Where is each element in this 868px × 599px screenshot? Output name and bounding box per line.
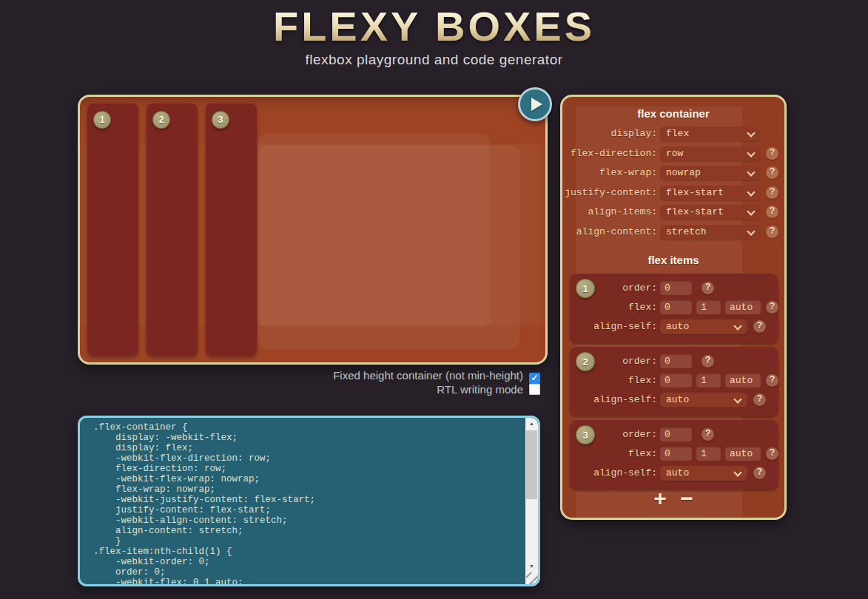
justify-content-select[interactable]: flex-start bbox=[660, 186, 761, 200]
flex-item-card-1: 1 order: ? flex: ? align-self: auto ? bbox=[570, 274, 778, 343]
flex-label: flex: bbox=[570, 373, 657, 388]
align-items-help-button[interactable]: ? bbox=[766, 206, 778, 218]
rtl-option: RTL writing mode bbox=[78, 384, 540, 396]
flex-help-button[interactable]: ? bbox=[766, 301, 778, 314]
code-scrollbar[interactable]: ▲ ▼ bbox=[525, 418, 538, 584]
display-label: display: bbox=[562, 126, 657, 141]
rtl-label: RTL writing mode bbox=[437, 383, 523, 396]
css-code-text: .flex-container { display: -webkit-flex;… bbox=[93, 422, 520, 584]
order-help-button[interactable]: ? bbox=[702, 282, 714, 294]
chevron-down-icon bbox=[747, 149, 755, 157]
item-number-badge: 3 bbox=[212, 111, 229, 129]
flex-shrink-input[interactable] bbox=[696, 447, 721, 461]
order-help-button[interactable]: ? bbox=[702, 355, 714, 368]
flex-items-title: flex items bbox=[562, 254, 784, 266]
flex-direction-select[interactable]: row bbox=[660, 146, 761, 161]
align-items-select[interactable]: flex-start bbox=[660, 205, 761, 220]
flex-shrink-input[interactable] bbox=[696, 300, 721, 314]
fixed-height-checkbox[interactable]: ✓ bbox=[529, 373, 540, 384]
order-label: order: bbox=[570, 427, 657, 442]
flex-grow-input[interactable] bbox=[660, 373, 692, 388]
align-content-help-button[interactable]: ? bbox=[766, 226, 778, 238]
order-input[interactable] bbox=[660, 427, 692, 441]
item-number-badge: 2 bbox=[152, 111, 170, 129]
order-help-button[interactable]: ? bbox=[702, 428, 714, 441]
scrollbar-thumb[interactable] bbox=[526, 430, 537, 499]
align-self-select[interactable]: auto bbox=[660, 466, 747, 481]
align-content-value: stretch bbox=[666, 226, 707, 237]
flex-direction-label: flex-direction: bbox=[562, 146, 657, 161]
chevron-down-icon bbox=[733, 468, 741, 476]
chevron-down-icon bbox=[747, 227, 755, 235]
flex-wrap-select[interactable]: nowrap bbox=[660, 166, 761, 180]
add-item-button[interactable]: + bbox=[653, 487, 667, 510]
flex-wrap-help-button[interactable]: ? bbox=[766, 166, 778, 179]
preview-flex-item-2: 2 bbox=[147, 104, 198, 356]
flex-item-card-2: 2 order: ? flex: ? align-self: auto ? bbox=[570, 347, 778, 416]
app-logo: FLEXY BOXES bbox=[0, 6, 868, 47]
flex-direction-value: row bbox=[666, 148, 683, 159]
flex-container-title: flex container bbox=[562, 107, 784, 120]
container-ghost-2 bbox=[258, 146, 519, 349]
order-label: order: bbox=[570, 281, 657, 296]
flex-basis-input[interactable] bbox=[725, 373, 761, 388]
align-self-select[interactable]: auto bbox=[660, 319, 747, 334]
align-self-value: auto bbox=[666, 394, 689, 405]
align-items-label: align-items: bbox=[562, 205, 657, 220]
flex-basis-input[interactable] bbox=[725, 300, 761, 314]
justify-content-label: justify-content: bbox=[562, 186, 657, 200]
align-content-select[interactable]: stretch bbox=[660, 225, 761, 240]
fixed-height-option: Fixed height container (not min-height)✓ bbox=[78, 370, 540, 382]
flex-label: flex: bbox=[570, 300, 657, 315]
fixed-height-label: Fixed height container (not min-height) bbox=[333, 369, 523, 382]
flex-help-button[interactable]: ? bbox=[766, 447, 778, 460]
item-actions: + − bbox=[562, 487, 784, 510]
scroll-up-arrow-icon[interactable]: ▲ bbox=[525, 418, 538, 430]
align-self-select[interactable]: auto bbox=[660, 393, 747, 407]
flex-grow-input[interactable] bbox=[660, 447, 692, 461]
chevron-down-icon bbox=[747, 188, 755, 196]
generated-css-code-area[interactable]: .flex-container { display: -webkit-flex;… bbox=[78, 416, 540, 586]
align-self-help-button[interactable]: ? bbox=[753, 320, 766, 333]
chevron-down-icon bbox=[747, 207, 755, 215]
display-select[interactable]: flex bbox=[660, 126, 761, 141]
flex-label: flex: bbox=[570, 447, 657, 461]
align-self-help-button[interactable]: ? bbox=[753, 467, 766, 479]
align-items-value: flex-start bbox=[666, 206, 724, 217]
flex-help-button[interactable]: ? bbox=[766, 374, 778, 387]
item-number-badge: 1 bbox=[93, 111, 111, 129]
align-self-value: auto bbox=[666, 321, 689, 332]
play-icon bbox=[531, 98, 542, 111]
chevron-down-icon bbox=[733, 322, 741, 330]
scroll-down-arrow-icon[interactable]: ▼ bbox=[525, 561, 538, 572]
align-self-value: auto bbox=[666, 467, 689, 478]
align-self-label: align-self: bbox=[570, 319, 657, 334]
flex-preview-pane: 1 2 3 bbox=[78, 95, 548, 365]
align-self-label: align-self: bbox=[570, 466, 657, 481]
remove-item-button[interactable]: − bbox=[680, 487, 693, 510]
order-input[interactable] bbox=[660, 354, 692, 368]
flex-basis-input[interactable] bbox=[725, 447, 761, 461]
resize-grip-icon[interactable] bbox=[526, 572, 538, 584]
flex-wrap-value: nowrap bbox=[666, 167, 701, 178]
flex-grow-input[interactable] bbox=[660, 300, 692, 314]
flex-direction-help-button[interactable]: ? bbox=[766, 147, 778, 160]
preview-flex-item-1: 1 bbox=[87, 104, 138, 356]
chevron-down-icon bbox=[747, 168, 755, 176]
rtl-checkbox[interactable] bbox=[529, 384, 540, 395]
flex-wrap-label: flex-wrap: bbox=[562, 166, 657, 180]
preview-flex-item-3: 3 bbox=[206, 104, 257, 356]
flex-shrink-input[interactable] bbox=[696, 373, 721, 388]
align-self-label: align-self: bbox=[570, 393, 657, 407]
order-input[interactable] bbox=[660, 281, 692, 295]
settings-panel: flex container display: flex flex-direct… bbox=[560, 95, 787, 520]
chevron-down-icon bbox=[733, 395, 741, 403]
play-animation-button[interactable] bbox=[518, 87, 552, 121]
align-content-label: align-content: bbox=[562, 225, 657, 240]
app-tagline: flexbox playground and code generator bbox=[0, 52, 868, 68]
align-self-help-button[interactable]: ? bbox=[753, 393, 766, 406]
flex-item-card-3: 3 order: ? flex: ? align-self: auto ? bbox=[570, 420, 778, 490]
display-value: flex bbox=[666, 128, 689, 139]
chevron-down-icon bbox=[747, 129, 755, 137]
justify-content-help-button[interactable]: ? bbox=[766, 186, 778, 199]
